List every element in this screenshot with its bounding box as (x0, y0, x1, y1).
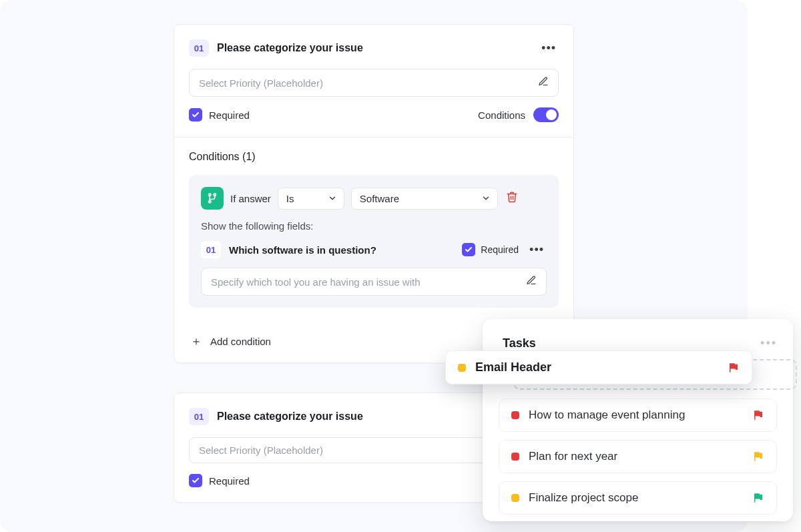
flag-icon (752, 492, 764, 504)
operator-value: Is (286, 193, 294, 204)
flag-icon (728, 362, 740, 374)
condition-box: If answer Is Software Show the following… (189, 175, 559, 308)
status-dot (458, 364, 466, 372)
branch-icon (201, 187, 224, 210)
plus-icon: ＋ (190, 333, 202, 349)
status-dot (511, 411, 519, 419)
subquestion-placeholder: Specify which tool you are having an iss… (211, 276, 526, 288)
subquestion-field[interactable]: Specify which tool you are having an iss… (201, 268, 547, 296)
value-select[interactable]: Software (351, 188, 498, 210)
tasks-more-button[interactable]: ••• (760, 336, 777, 350)
tasks-title: Tasks (503, 336, 536, 350)
question-number-badge: 01 (189, 408, 209, 425)
priority-placeholder: Select Priority (Placeholder) (199, 77, 538, 89)
priority-field[interactable]: Select Priority (Placeholder) (189, 69, 559, 97)
conditions-label: Conditions (478, 109, 525, 121)
conditions-section-title: Conditions (1) (189, 151, 559, 163)
required-checkbox[interactable] (189, 108, 202, 121)
flag-icon (752, 409, 764, 421)
task-item[interactable]: Finalize project scope (499, 481, 777, 515)
task-name: Plan for next year (529, 450, 743, 463)
chevron-down-icon (328, 194, 337, 203)
required-label: Required (209, 109, 250, 121)
chevron-down-icon (481, 194, 491, 203)
delete-condition-button[interactable] (506, 191, 518, 206)
rule-prefix: If answer (230, 193, 271, 204)
question-number-badge: 01 (189, 39, 209, 57)
dragging-task-card[interactable]: Email Header (445, 350, 752, 384)
flag-icon (752, 451, 764, 463)
edit-icon[interactable] (538, 76, 549, 89)
value-selected: Software (360, 193, 399, 204)
subquestion-title: Which software is in question? (229, 244, 454, 256)
sub-required-checkbox[interactable] (462, 243, 475, 256)
sub-required-label: Required (481, 244, 519, 255)
edit-icon[interactable] (526, 275, 537, 288)
operator-select[interactable]: Is (278, 188, 344, 210)
question-more-button[interactable]: ••• (539, 41, 559, 55)
task-item[interactable]: Plan for next year (499, 440, 777, 473)
question-card-1: 01 Please categorize your issue ••• Sele… (174, 24, 574, 363)
task-name: Email Header (475, 360, 718, 374)
status-dot (511, 494, 519, 502)
required-label: Required (209, 475, 250, 487)
conditions-toggle[interactable] (533, 107, 559, 122)
task-name: How to manage event planning (529, 409, 743, 422)
required-checkbox[interactable] (189, 474, 202, 487)
task-name: Finalize project scope (529, 491, 743, 505)
add-condition-label: Add condition (210, 336, 271, 347)
question-title: Please categorize your issue (217, 42, 531, 54)
task-item[interactable]: How to manage event planning (499, 398, 777, 432)
subquestion-number-badge: 01 (201, 241, 221, 258)
tasks-panel: Tasks ••• Email Header How to manage eve… (483, 319, 793, 521)
status-dot (511, 453, 519, 461)
subquestion-more-button[interactable]: ••• (527, 243, 547, 257)
show-fields-label: Show the following fields: (201, 220, 547, 232)
